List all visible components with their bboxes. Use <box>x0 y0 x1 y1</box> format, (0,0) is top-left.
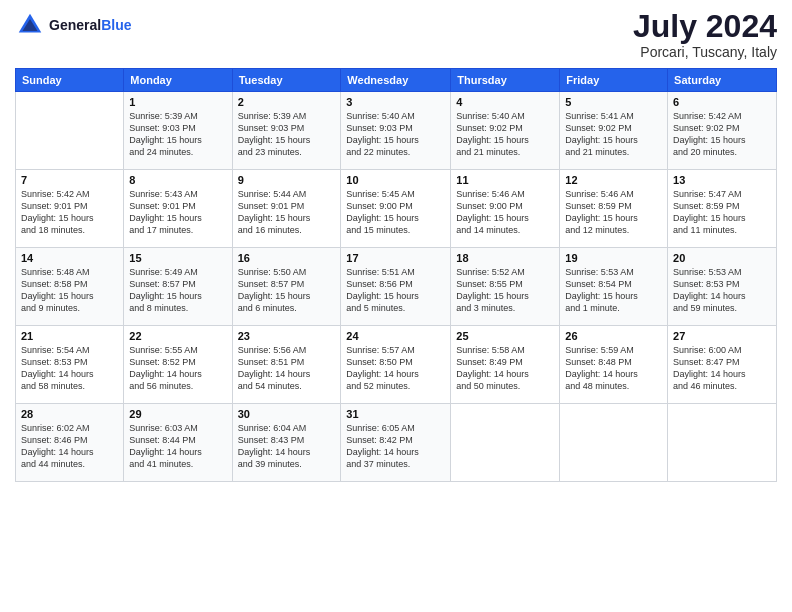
calendar-cell: 24Sunrise: 5:57 AM Sunset: 8:50 PM Dayli… <box>341 326 451 404</box>
day-info: Sunrise: 5:40 AM Sunset: 9:02 PM Dayligh… <box>456 110 554 159</box>
day-number: 13 <box>673 174 771 186</box>
day-info: Sunrise: 5:49 AM Sunset: 8:57 PM Dayligh… <box>129 266 226 315</box>
day-info: Sunrise: 5:46 AM Sunset: 9:00 PM Dayligh… <box>456 188 554 237</box>
main-container: GeneralBlue July 2024 Porcari, Tuscany, … <box>0 0 792 492</box>
calendar-cell <box>16 92 124 170</box>
header-tuesday: Tuesday <box>232 69 341 92</box>
day-info: Sunrise: 6:03 AM Sunset: 8:44 PM Dayligh… <box>129 422 226 471</box>
day-info: Sunrise: 5:45 AM Sunset: 9:00 PM Dayligh… <box>346 188 445 237</box>
header-friday: Friday <box>560 69 668 92</box>
calendar-cell: 30Sunrise: 6:04 AM Sunset: 8:43 PM Dayli… <box>232 404 341 482</box>
day-number: 22 <box>129 330 226 342</box>
calendar-cell: 2Sunrise: 5:39 AM Sunset: 9:03 PM Daylig… <box>232 92 341 170</box>
day-info: Sunrise: 6:04 AM Sunset: 8:43 PM Dayligh… <box>238 422 336 471</box>
calendar-cell: 23Sunrise: 5:56 AM Sunset: 8:51 PM Dayli… <box>232 326 341 404</box>
calendar-cell: 18Sunrise: 5:52 AM Sunset: 8:55 PM Dayli… <box>451 248 560 326</box>
calendar-cell: 4Sunrise: 5:40 AM Sunset: 9:02 PM Daylig… <box>451 92 560 170</box>
day-number: 21 <box>21 330 118 342</box>
day-info: Sunrise: 6:05 AM Sunset: 8:42 PM Dayligh… <box>346 422 445 471</box>
day-number: 17 <box>346 252 445 264</box>
calendar-cell: 28Sunrise: 6:02 AM Sunset: 8:46 PM Dayli… <box>16 404 124 482</box>
day-info: Sunrise: 5:39 AM Sunset: 9:03 PM Dayligh… <box>238 110 336 159</box>
day-number: 3 <box>346 96 445 108</box>
month-year: July 2024 <box>633 10 777 42</box>
day-number: 20 <box>673 252 771 264</box>
day-info: Sunrise: 5:50 AM Sunset: 8:57 PM Dayligh… <box>238 266 336 315</box>
day-number: 18 <box>456 252 554 264</box>
calendar-cell: 20Sunrise: 5:53 AM Sunset: 8:53 PM Dayli… <box>668 248 777 326</box>
day-info: Sunrise: 5:56 AM Sunset: 8:51 PM Dayligh… <box>238 344 336 393</box>
calendar-week-1: 1Sunrise: 5:39 AM Sunset: 9:03 PM Daylig… <box>16 92 777 170</box>
calendar-cell: 19Sunrise: 5:53 AM Sunset: 8:54 PM Dayli… <box>560 248 668 326</box>
day-number: 14 <box>21 252 118 264</box>
calendar-week-5: 28Sunrise: 6:02 AM Sunset: 8:46 PM Dayli… <box>16 404 777 482</box>
calendar-cell: 27Sunrise: 6:00 AM Sunset: 8:47 PM Dayli… <box>668 326 777 404</box>
day-number: 5 <box>565 96 662 108</box>
day-info: Sunrise: 5:46 AM Sunset: 8:59 PM Dayligh… <box>565 188 662 237</box>
logo-icon <box>15 10 45 40</box>
header: GeneralBlue July 2024 Porcari, Tuscany, … <box>15 10 777 60</box>
calendar-cell: 9Sunrise: 5:44 AM Sunset: 9:01 PM Daylig… <box>232 170 341 248</box>
calendar-cell: 7Sunrise: 5:42 AM Sunset: 9:01 PM Daylig… <box>16 170 124 248</box>
day-number: 24 <box>346 330 445 342</box>
day-info: Sunrise: 5:57 AM Sunset: 8:50 PM Dayligh… <box>346 344 445 393</box>
day-info: Sunrise: 5:41 AM Sunset: 9:02 PM Dayligh… <box>565 110 662 159</box>
calendar-cell: 8Sunrise: 5:43 AM Sunset: 9:01 PM Daylig… <box>124 170 232 248</box>
day-number: 6 <box>673 96 771 108</box>
day-number: 1 <box>129 96 226 108</box>
day-number: 31 <box>346 408 445 420</box>
calendar-cell: 12Sunrise: 5:46 AM Sunset: 8:59 PM Dayli… <box>560 170 668 248</box>
calendar-cell: 13Sunrise: 5:47 AM Sunset: 8:59 PM Dayli… <box>668 170 777 248</box>
calendar-week-4: 21Sunrise: 5:54 AM Sunset: 8:53 PM Dayli… <box>16 326 777 404</box>
header-sunday: Sunday <box>16 69 124 92</box>
day-info: Sunrise: 5:58 AM Sunset: 8:49 PM Dayligh… <box>456 344 554 393</box>
day-info: Sunrise: 5:59 AM Sunset: 8:48 PM Dayligh… <box>565 344 662 393</box>
calendar-body: 1Sunrise: 5:39 AM Sunset: 9:03 PM Daylig… <box>16 92 777 482</box>
calendar-cell: 5Sunrise: 5:41 AM Sunset: 9:02 PM Daylig… <box>560 92 668 170</box>
day-info: Sunrise: 5:43 AM Sunset: 9:01 PM Dayligh… <box>129 188 226 237</box>
calendar-cell <box>451 404 560 482</box>
calendar-cell: 10Sunrise: 5:45 AM Sunset: 9:00 PM Dayli… <box>341 170 451 248</box>
day-number: 4 <box>456 96 554 108</box>
day-info: Sunrise: 5:39 AM Sunset: 9:03 PM Dayligh… <box>129 110 226 159</box>
logo: GeneralBlue <box>15 10 131 40</box>
day-info: Sunrise: 5:42 AM Sunset: 9:01 PM Dayligh… <box>21 188 118 237</box>
calendar-cell <box>560 404 668 482</box>
day-info: Sunrise: 5:53 AM Sunset: 8:54 PM Dayligh… <box>565 266 662 315</box>
calendar-week-2: 7Sunrise: 5:42 AM Sunset: 9:01 PM Daylig… <box>16 170 777 248</box>
day-info: Sunrise: 6:00 AM Sunset: 8:47 PM Dayligh… <box>673 344 771 393</box>
calendar-cell: 1Sunrise: 5:39 AM Sunset: 9:03 PM Daylig… <box>124 92 232 170</box>
day-number: 11 <box>456 174 554 186</box>
day-info: Sunrise: 5:53 AM Sunset: 8:53 PM Dayligh… <box>673 266 771 315</box>
calendar-week-3: 14Sunrise: 5:48 AM Sunset: 8:58 PM Dayli… <box>16 248 777 326</box>
day-info: Sunrise: 5:55 AM Sunset: 8:52 PM Dayligh… <box>129 344 226 393</box>
calendar-cell: 31Sunrise: 6:05 AM Sunset: 8:42 PM Dayli… <box>341 404 451 482</box>
day-number: 15 <box>129 252 226 264</box>
day-number: 16 <box>238 252 336 264</box>
calendar-cell: 29Sunrise: 6:03 AM Sunset: 8:44 PM Dayli… <box>124 404 232 482</box>
calendar-cell: 17Sunrise: 5:51 AM Sunset: 8:56 PM Dayli… <box>341 248 451 326</box>
day-number: 28 <box>21 408 118 420</box>
calendar-cell <box>668 404 777 482</box>
header-thursday: Thursday <box>451 69 560 92</box>
day-number: 2 <box>238 96 336 108</box>
day-number: 30 <box>238 408 336 420</box>
day-info: Sunrise: 5:47 AM Sunset: 8:59 PM Dayligh… <box>673 188 771 237</box>
day-info: Sunrise: 5:51 AM Sunset: 8:56 PM Dayligh… <box>346 266 445 315</box>
calendar-cell: 3Sunrise: 5:40 AM Sunset: 9:03 PM Daylig… <box>341 92 451 170</box>
day-number: 7 <box>21 174 118 186</box>
calendar-cell: 26Sunrise: 5:59 AM Sunset: 8:48 PM Dayli… <box>560 326 668 404</box>
day-info: Sunrise: 5:40 AM Sunset: 9:03 PM Dayligh… <box>346 110 445 159</box>
calendar-cell: 15Sunrise: 5:49 AM Sunset: 8:57 PM Dayli… <box>124 248 232 326</box>
day-number: 25 <box>456 330 554 342</box>
calendar-header: Sunday Monday Tuesday Wednesday Thursday… <box>16 69 777 92</box>
header-saturday: Saturday <box>668 69 777 92</box>
calendar-cell: 14Sunrise: 5:48 AM Sunset: 8:58 PM Dayli… <box>16 248 124 326</box>
day-number: 10 <box>346 174 445 186</box>
day-number: 29 <box>129 408 226 420</box>
day-number: 23 <box>238 330 336 342</box>
day-info: Sunrise: 5:42 AM Sunset: 9:02 PM Dayligh… <box>673 110 771 159</box>
day-number: 27 <box>673 330 771 342</box>
calendar-cell: 6Sunrise: 5:42 AM Sunset: 9:02 PM Daylig… <box>668 92 777 170</box>
day-info: Sunrise: 5:52 AM Sunset: 8:55 PM Dayligh… <box>456 266 554 315</box>
